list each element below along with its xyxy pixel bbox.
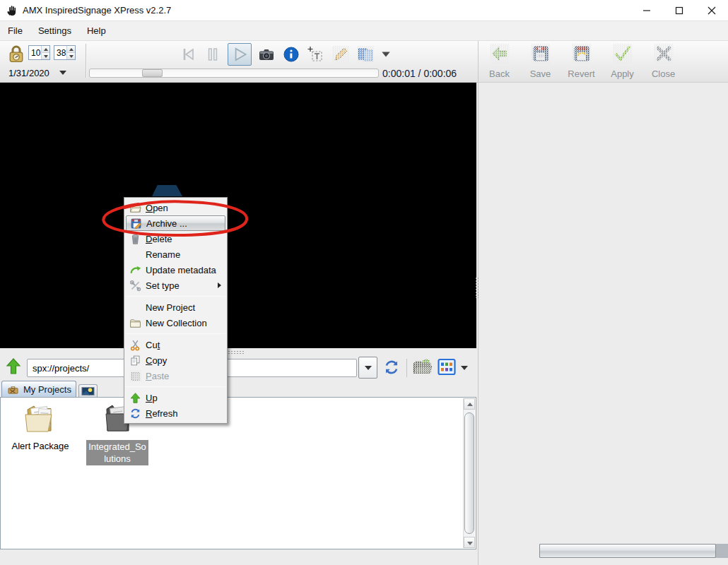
paste-icon (129, 370, 141, 382)
menu-item-set-type[interactable]: Set type (124, 278, 227, 293)
menu-item-update-metadata[interactable]: Update metadata (124, 262, 227, 278)
tab-my-projects[interactable]: My Projects (1, 381, 76, 397)
window-controls (630, 0, 728, 21)
maximize-button[interactable] (663, 0, 695, 21)
menu-item-paste[interactable]: Paste (124, 368, 227, 383)
menu-item-label: Open (146, 203, 168, 213)
menu-item-up[interactable]: Up (124, 390, 227, 405)
edit-icon (332, 46, 349, 63)
camera-button[interactable] (257, 44, 276, 64)
menu-item-rename[interactable]: Rename (124, 246, 227, 262)
spin-up-icon[interactable] (67, 46, 75, 53)
toolbar-separator (86, 44, 86, 78)
splitter-grip-vertical[interactable] (475, 277, 480, 298)
info-button[interactable] (281, 44, 301, 64)
menu-item-label: Rename (146, 249, 180, 260)
transitions-icon (357, 46, 374, 63)
menu-help[interactable]: Help (79, 21, 114, 41)
spin-up-icon[interactable] (42, 46, 49, 53)
menu-file[interactable]: File (0, 21, 30, 41)
menu-item-label: New Collection (146, 318, 207, 328)
revert-button[interactable]: Revert (565, 42, 597, 79)
hand-icon (6, 4, 19, 17)
play-icon (230, 45, 249, 64)
skip-start-button[interactable] (178, 44, 198, 64)
revert-icon (572, 44, 592, 64)
menu-item-open[interactable]: Open (124, 200, 227, 215)
menu-settings[interactable]: Settings (30, 21, 79, 41)
lock-clock-icon[interactable] (6, 43, 27, 64)
time-display: 0:00:01 / 0:00:06 (382, 68, 457, 79)
menu-item-archive[interactable]: Archive ... (126, 215, 225, 231)
navigate-up-button[interactable] (4, 357, 23, 377)
chevron-down-icon (59, 71, 66, 75)
scroll-down-icon[interactable] (464, 537, 475, 548)
menu-item-label: Paste (146, 371, 169, 381)
pause-icon (204, 46, 221, 63)
minute-spinner-value[interactable] (54, 46, 66, 59)
set-type-icon (129, 280, 141, 292)
dropdown-arrow-button[interactable] (380, 49, 392, 59)
delete-icon (129, 233, 141, 245)
menu-item-cut[interactable]: Cut (124, 337, 227, 352)
menu-item-label: Up (146, 393, 158, 403)
text-tool-icon (307, 46, 324, 63)
menu-item-label: Archive ... (146, 218, 187, 229)
grid-view-icon (438, 358, 456, 376)
address-dropdown-button[interactable] (358, 357, 377, 379)
action-button-label: Revert (565, 69, 597, 79)
pane-divider (478, 41, 479, 565)
seek-bar[interactable] (89, 69, 379, 78)
back-button[interactable]: Back (483, 42, 515, 79)
copy-icon (129, 355, 141, 367)
menu-item-new-collection[interactable]: New Collection (124, 315, 227, 331)
file-list[interactable]: Alert Package Integrated_Solutions (0, 397, 476, 549)
chevron-down-icon[interactable] (461, 366, 468, 370)
dropdown-arrow-icon (380, 49, 392, 59)
action-bar: BackSaveRevertApplyClose (483, 42, 679, 79)
transitions-button[interactable] (356, 44, 375, 64)
file-list-scrollbar[interactable] (463, 398, 475, 548)
new-collection-icon (129, 317, 141, 329)
pictures-tab-icon (81, 386, 95, 396)
date-dropdown[interactable]: 1/31/2020 (8, 66, 66, 79)
scrollbar-thumb[interactable] (464, 412, 474, 534)
blank-icon (129, 302, 141, 314)
spin-down-icon[interactable] (67, 53, 75, 59)
menu-separator (126, 386, 225, 387)
action-button-label: Save (524, 69, 556, 79)
edit-button[interactable] (331, 44, 351, 64)
minute-spinner[interactable] (54, 45, 76, 60)
info-icon (283, 46, 300, 63)
menu-separator (126, 333, 225, 334)
menu-item-copy[interactable]: Copy (124, 352, 227, 368)
apply-button[interactable]: Apply (606, 42, 638, 79)
play-button[interactable] (228, 43, 252, 66)
text-tool-button[interactable] (306, 44, 326, 64)
minimize-button[interactable] (630, 0, 663, 21)
file-label: Integrated_Solutions (86, 440, 148, 465)
close-button[interactable]: Close (647, 42, 679, 79)
hour-spinner-value[interactable] (29, 46, 41, 59)
tab-pictures[interactable] (78, 384, 98, 397)
menu-item-delete[interactable]: Delete (124, 231, 227, 246)
pause-button[interactable] (203, 44, 223, 64)
close-window-button[interactable] (695, 0, 728, 21)
horizontal-scrollbar[interactable] (539, 544, 728, 558)
view-mode-button[interactable] (437, 358, 457, 377)
open-folder-button[interactable] (411, 357, 433, 377)
scrollbar-thumb[interactable] (539, 544, 716, 558)
save-button[interactable]: Save (524, 42, 556, 79)
refresh-button[interactable] (382, 359, 401, 377)
spin-down-icon[interactable] (42, 53, 49, 59)
open-folder-icon (412, 357, 432, 376)
video-preview[interactable] (0, 83, 476, 348)
menu-item-refresh[interactable]: Refresh (124, 405, 227, 421)
close-icon (654, 44, 674, 64)
scroll-up-icon[interactable] (464, 398, 475, 410)
file-item-alert-package[interactable]: Alert Package (5, 400, 76, 452)
hour-spinner[interactable] (28, 45, 50, 60)
submenu-arrow-icon (218, 282, 221, 288)
seek-thumb[interactable] (142, 69, 163, 77)
menu-item-new-project[interactable]: New Project (124, 299, 227, 315)
